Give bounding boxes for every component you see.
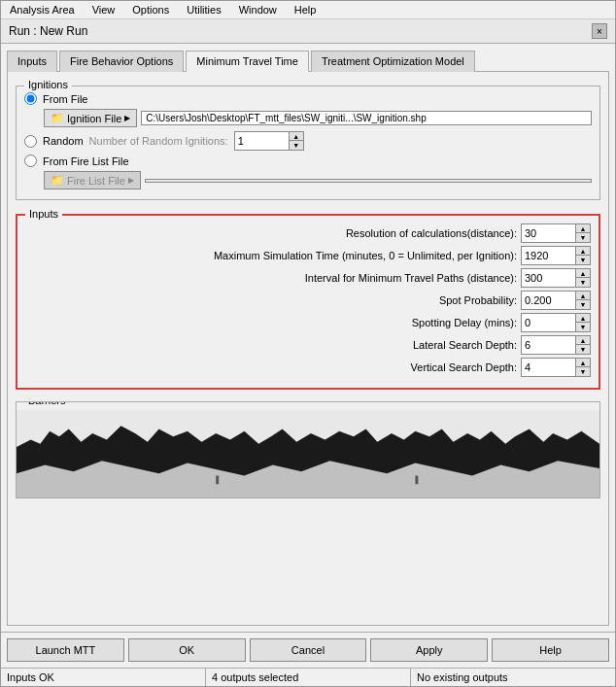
main-window: Analysis Area View Options Utilities Win… bbox=[0, 0, 616, 687]
resolution-label: Resolution of calculations(distance): bbox=[346, 227, 517, 239]
max-sim-time-down-btn[interactable]: ▼ bbox=[576, 256, 590, 264]
interval-input[interactable] bbox=[522, 271, 575, 285]
resolution-up-btn[interactable]: ▲ bbox=[576, 224, 590, 233]
barriers-group: Barriers bbox=[16, 401, 600, 498]
from-file-row: From File bbox=[24, 92, 592, 105]
tab-tom[interactable]: Treatment Optimization Model bbox=[311, 51, 475, 72]
lateral-search-row: Lateral Search Depth: ▲ ▼ bbox=[25, 335, 591, 355]
spotting-delay-spinner-buttons: ▲ ▼ bbox=[575, 314, 590, 331]
title-bar: Run : New Run × bbox=[1, 19, 615, 44]
barriers-visualization bbox=[17, 410, 599, 498]
inputs-group: Inputs Resolution of calculations(distan… bbox=[16, 214, 600, 390]
resolution-spinner-buttons: ▲ ▼ bbox=[575, 224, 590, 242]
dialog-title: Run : New Run bbox=[9, 24, 87, 38]
ignitions-group: Ignitions From File 📁 Ignition File ▶ C:… bbox=[16, 86, 600, 200]
from-fire-list-label: From Fire List File bbox=[43, 155, 129, 167]
fire-list-file-button[interactable]: 📁 Fire List File ▶ bbox=[44, 171, 141, 189]
lateral-search-input[interactable] bbox=[522, 338, 575, 352]
menu-analysis-area[interactable]: Analysis Area bbox=[7, 3, 78, 17]
spot-probability-input[interactable] bbox=[522, 293, 575, 307]
max-sim-time-input[interactable] bbox=[522, 249, 575, 262]
spotting-delay-up-btn[interactable]: ▲ bbox=[576, 314, 590, 323]
status-inputs: Inputs OK bbox=[1, 669, 206, 686]
tab-inputs[interactable]: Inputs bbox=[7, 51, 57, 72]
spotting-delay-input[interactable] bbox=[522, 316, 575, 329]
interval-label: Interval for Minimum Travel Paths (dista… bbox=[305, 272, 517, 284]
fire-list-dropdown-icon: ▶ bbox=[128, 176, 134, 185]
svg-rect-2 bbox=[415, 476, 418, 485]
ignitions-title: Ignitions bbox=[24, 79, 72, 90]
tab-mtt[interactable]: Minimum Travel Time bbox=[186, 51, 309, 72]
spotting-delay-spinner: ▲ ▼ bbox=[521, 313, 591, 332]
interval-spinner: ▲ ▼ bbox=[521, 268, 591, 288]
vertical-search-input[interactable] bbox=[522, 361, 575, 374]
ignition-file-button[interactable]: 📁 Ignition File ▶ bbox=[44, 109, 137, 127]
vertical-search-spinner: ▲ ▼ bbox=[521, 358, 591, 377]
random-ignitions-down-btn[interactable]: ▼ bbox=[290, 141, 303, 150]
from-file-radio[interactable] bbox=[24, 92, 37, 105]
tab-content: Ignitions From File 📁 Ignition File ▶ C:… bbox=[7, 72, 609, 626]
spot-probability-up-btn[interactable]: ▲ bbox=[576, 292, 590, 300]
ignition-file-row: 📁 Ignition File ▶ C:\Users\Josh\Desktop\… bbox=[44, 109, 592, 127]
barriers-title: Barriers bbox=[24, 401, 70, 406]
cancel-button[interactable]: Cancel bbox=[250, 638, 367, 662]
svg-rect-1 bbox=[216, 476, 219, 485]
vertical-search-up-btn[interactable]: ▲ bbox=[576, 359, 590, 367]
menu-utilities[interactable]: Utilities bbox=[184, 3, 223, 17]
resolution-row: Resolution of calculations(distance): ▲ … bbox=[25, 223, 591, 243]
from-fire-list-row: From Fire List File bbox=[24, 155, 592, 167]
from-file-label: From File bbox=[43, 93, 87, 105]
spotting-delay-label: Spotting Delay (mins): bbox=[412, 317, 517, 328]
random-ignitions-input[interactable] bbox=[235, 134, 289, 148]
resolution-spinner: ▲ ▼ bbox=[521, 223, 591, 243]
spot-probability-row: Spot Probability: ▲ ▼ bbox=[25, 291, 591, 310]
fire-list-btn-label: Fire List File bbox=[67, 175, 125, 187]
menu-window[interactable]: Window bbox=[236, 3, 280, 17]
interval-up-btn[interactable]: ▲ bbox=[576, 269, 590, 278]
apply-button[interactable]: Apply bbox=[370, 638, 488, 662]
fire-list-path bbox=[145, 179, 592, 183]
random-radio[interactable] bbox=[24, 135, 37, 148]
lateral-search-spinner-buttons: ▲ ▼ bbox=[575, 336, 590, 354]
inputs-title: Inputs bbox=[25, 208, 62, 220]
interval-spinner-buttons: ▲ ▼ bbox=[575, 269, 590, 287]
from-fire-list-radio[interactable] bbox=[24, 155, 37, 167]
menu-view[interactable]: View bbox=[89, 3, 119, 17]
resolution-down-btn[interactable]: ▼ bbox=[576, 233, 590, 242]
spotting-delay-row: Spotting Delay (mins): ▲ ▼ bbox=[25, 313, 591, 332]
help-button[interactable]: Help bbox=[492, 638, 609, 662]
menu-options[interactable]: Options bbox=[129, 3, 172, 17]
random-label: Random bbox=[43, 135, 84, 147]
spot-probability-down-btn[interactable]: ▼ bbox=[576, 300, 590, 309]
spotting-delay-down-btn[interactable]: ▼ bbox=[576, 323, 590, 331]
tab-fire-behavior[interactable]: Fire Behavior Options bbox=[59, 51, 184, 72]
lateral-search-down-btn[interactable]: ▼ bbox=[576, 345, 590, 354]
random-ignitions-spinner-buttons: ▲ ▼ bbox=[289, 132, 303, 150]
tab-bar: Inputs Fire Behavior Options Minimum Tra… bbox=[7, 50, 609, 72]
ok-button[interactable]: OK bbox=[128, 638, 246, 662]
status-outputs-selected: 4 outputs selected bbox=[206, 669, 411, 686]
random-ignitions-up-btn[interactable]: ▲ bbox=[290, 132, 303, 141]
ignition-file-btn-label: Ignition File bbox=[67, 113, 121, 124]
lateral-search-up-btn[interactable]: ▲ bbox=[576, 336, 590, 345]
max-sim-time-up-btn[interactable]: ▲ bbox=[576, 247, 590, 256]
vertical-search-spinner-buttons: ▲ ▼ bbox=[575, 359, 590, 376]
interval-row: Interval for Minimum Travel Paths (dista… bbox=[25, 268, 591, 288]
dropdown-arrow-icon: ▶ bbox=[124, 114, 130, 122]
folder-disabled-icon: 📁 bbox=[51, 174, 64, 187]
lateral-search-label: Lateral Search Depth: bbox=[413, 339, 517, 351]
spot-probability-spinner: ▲ ▼ bbox=[521, 291, 591, 310]
fire-list-file-row: 📁 Fire List File ▶ bbox=[44, 171, 592, 189]
interval-down-btn[interactable]: ▼ bbox=[576, 278, 590, 287]
menu-help[interactable]: Help bbox=[291, 3, 320, 17]
vertical-search-row: Vertical Search Depth: ▲ ▼ bbox=[25, 358, 591, 377]
random-ignitions-label: Number of Random Ignitions: bbox=[89, 135, 228, 147]
max-sim-time-row: Maximum Simulation Time (minutes, 0 = Un… bbox=[25, 246, 591, 265]
launch-mtt-button[interactable]: Launch MTT bbox=[7, 638, 124, 662]
dialog-content: Inputs Fire Behavior Options Minimum Tra… bbox=[1, 44, 615, 632]
close-button[interactable]: × bbox=[592, 23, 607, 39]
spot-probability-spinner-buttons: ▲ ▼ bbox=[575, 292, 590, 309]
vertical-search-down-btn[interactable]: ▼ bbox=[576, 367, 590, 376]
resolution-input[interactable] bbox=[522, 226, 575, 240]
ignition-file-path[interactable]: C:\Users\Josh\Desktop\FT_mtt_files\SW_ig… bbox=[141, 111, 592, 125]
